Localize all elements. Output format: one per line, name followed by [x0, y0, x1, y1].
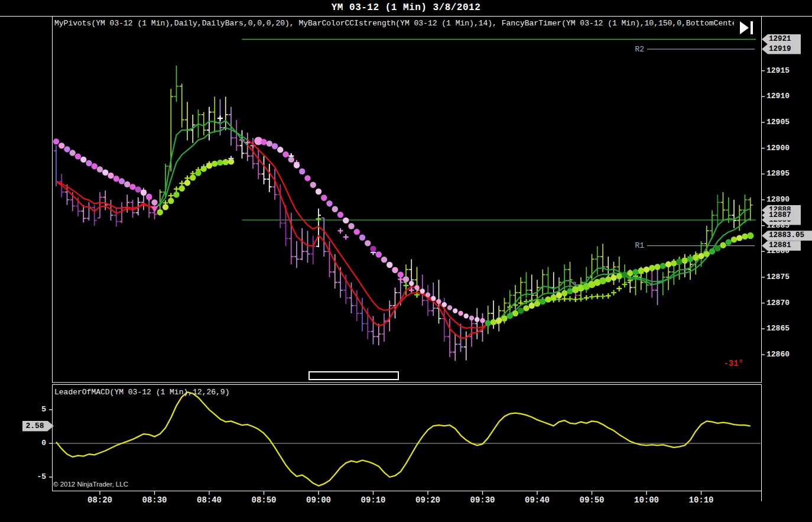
trend-dot — [496, 317, 502, 323]
trend-dot — [501, 316, 507, 322]
ohlc-bar — [475, 308, 479, 339]
y-axis-label: 12900 — [766, 144, 790, 153]
trend-dot — [184, 180, 190, 186]
ohlc-bar — [119, 202, 124, 223]
ohlc-bar — [453, 334, 457, 361]
chart-canvas[interactable] — [0, 0, 812, 522]
ohlc-bar — [240, 130, 245, 158]
trend-dot — [556, 292, 562, 298]
trend-dot — [545, 296, 551, 302]
plus-marker — [316, 216, 321, 222]
ohlc-bar — [546, 267, 551, 293]
ohlc-bar — [661, 272, 665, 295]
trend-dot — [267, 141, 272, 147]
x-axis-label: 08:40 — [191, 495, 227, 505]
plus-marker — [567, 296, 573, 301]
trend-dot — [491, 319, 496, 325]
trend-dot — [354, 229, 360, 235]
cci-plus-markers — [141, 116, 699, 310]
trend-dot — [469, 316, 474, 320]
y-axis-label: 12915 — [766, 66, 790, 75]
trend-dot — [304, 175, 310, 181]
ohlc-bar — [321, 218, 326, 257]
ohlc-bar — [306, 231, 310, 262]
trend-dot — [370, 246, 376, 252]
plus-marker — [579, 296, 584, 301]
trend-dot — [480, 318, 485, 323]
trend-dot — [742, 234, 748, 239]
bar-timer-box — [309, 372, 398, 380]
trend-dot — [671, 260, 677, 266]
trend-dot — [386, 262, 392, 268]
trend-dot — [212, 161, 217, 167]
trend-dot — [179, 186, 185, 192]
horizontal-lines — [242, 39, 756, 245]
trend-dot — [168, 198, 174, 204]
trend-dot — [736, 235, 742, 241]
ohlc-bar — [54, 145, 59, 186]
trend-dot — [605, 276, 611, 282]
trend-dot — [206, 163, 212, 168]
ohlc-bar — [426, 285, 430, 316]
trend-dot — [272, 143, 278, 149]
trend-dot — [420, 288, 425, 293]
trend-dot — [458, 311, 463, 316]
x-axis-label: 09:40 — [519, 495, 555, 505]
ohlc-bar — [688, 259, 693, 280]
bar-timer — [309, 372, 398, 380]
ohlc-bar — [92, 205, 97, 226]
trend-dot — [359, 235, 365, 241]
ohlc-bar — [311, 236, 316, 264]
plus-marker — [179, 181, 184, 186]
trend-dot — [398, 271, 404, 277]
trend-dot — [714, 245, 720, 251]
plus-marker — [168, 193, 174, 199]
x-axis-label: 09:20 — [410, 495, 446, 505]
plus-marker — [174, 186, 179, 192]
trend-dot — [512, 310, 518, 316]
trend-dot — [113, 176, 119, 181]
ohlc-bar — [382, 313, 386, 342]
trend-dot — [616, 273, 622, 279]
plus-marker — [343, 234, 349, 239]
trend-dot — [310, 181, 316, 187]
trend-dot — [80, 157, 86, 163]
trend-dot — [632, 269, 638, 275]
trend-dot — [507, 313, 513, 319]
trend-dot — [173, 192, 179, 197]
trend-dot — [649, 265, 655, 271]
trend-dot — [475, 317, 479, 322]
trend-dot — [485, 320, 491, 326]
trend-dot — [436, 299, 441, 304]
trend-dot — [70, 150, 76, 155]
trend-dot — [704, 251, 710, 257]
ohlc-bar — [284, 205, 288, 247]
trend-dot-trail — [53, 137, 754, 326]
ohlc-bar — [180, 84, 184, 128]
ohlc-bar — [262, 156, 267, 184]
go-to-last-bar-icon[interactable] — [740, 21, 754, 34]
x-axis-label: 09:00 — [301, 495, 336, 505]
plus-marker — [338, 228, 343, 234]
trend-dot — [392, 267, 398, 273]
trend-dot — [676, 259, 682, 265]
ma-line-down — [248, 140, 499, 328]
trend-dot — [97, 166, 103, 172]
plus-marker — [584, 295, 589, 300]
y-axis-label: 12870 — [766, 299, 790, 307]
x-axis-label: 08:30 — [137, 495, 173, 505]
trend-dot — [190, 174, 196, 180]
trend-dot — [720, 242, 726, 248]
trend-dot — [551, 294, 557, 300]
trend-dot — [228, 158, 234, 164]
x-axis-label: 08:50 — [246, 495, 282, 505]
ohlc-bar — [540, 270, 545, 296]
trend-dot — [529, 303, 535, 309]
ma-line-down — [248, 145, 499, 338]
trend-dot — [426, 292, 430, 297]
y-axis-label: 12860 — [766, 350, 790, 359]
ohlc-bar — [393, 287, 398, 318]
macd-y-axis-label: 0 — [31, 439, 46, 448]
trend-dot — [337, 212, 343, 218]
ohlc-bar — [518, 277, 523, 303]
